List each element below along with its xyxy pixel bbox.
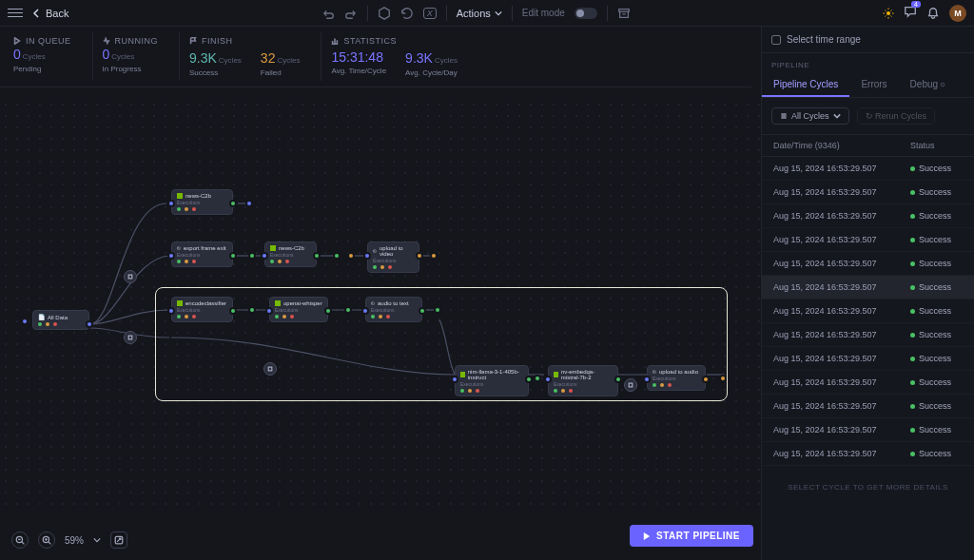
svg-point-18 (941, 83, 945, 87)
node-nim-llama[interactable]: nim-llama-3-1-405b-instruct Executions (455, 365, 529, 396)
edit-mode-toggle[interactable] (575, 8, 597, 19)
port[interactable] (333, 252, 341, 260)
svg-rect-0 (619, 9, 630, 11)
redo-icon[interactable] (344, 7, 358, 20)
actions-dropdown[interactable]: Actions (457, 8, 502, 19)
node-upload-audio[interactable]: ⎋upload to audio Executions (647, 365, 706, 391)
cycle-status: Success (910, 354, 963, 363)
node-all-data[interactable]: 📄All Data (32, 310, 89, 330)
junction-icon[interactable] (124, 331, 137, 344)
node-news-c2b-2[interactable]: news-C2b Executions (264, 241, 317, 267)
zoom-in-button[interactable] (38, 531, 55, 549)
chevron-left-icon (32, 9, 42, 18)
cycle-status: Success (910, 401, 963, 411)
port[interactable] (347, 252, 355, 260)
start-pipeline-button[interactable]: START PIPELINE (630, 525, 753, 547)
footer-hint: SELECT CYCLE TO GET MORE DETAILS (762, 466, 974, 509)
time-range-selector[interactable]: Select time range (762, 27, 974, 53)
fit-view-button[interactable] (110, 531, 127, 549)
junction-icon[interactable] (124, 270, 137, 283)
zoom-out-button[interactable] (11, 531, 29, 549)
svg-point-1 (886, 11, 890, 15)
pipeline-canvas[interactable]: 📄All Data news-C2b Executions ⎋export fr… (0, 99, 761, 508)
node-nv-embedqa[interactable]: nv-embedqa-mistral-7b-2 Executions (548, 365, 618, 396)
cycle-datetime: Aug 15, 2024 16:53:29.507 (773, 449, 910, 458)
port[interactable] (245, 200, 253, 207)
chevron-down-icon (495, 10, 502, 17)
cycle-row[interactable]: Aug 15, 2024 16:53:29.507Success (762, 276, 974, 299)
port[interactable] (719, 375, 727, 382)
port[interactable] (534, 375, 541, 382)
node-upload-video[interactable]: ⎋upload to video Executions (367, 241, 419, 273)
gear-icon (940, 82, 945, 87)
cycle-row[interactable]: Aug 15, 2024 16:53:29.507Success (762, 347, 974, 371)
menu-button[interactable] (8, 6, 23, 21)
activity-icon (103, 37, 110, 45)
cycle-datetime: Aug 15, 2024 16:53:29.507 (773, 235, 910, 244)
filter-all-cycles[interactable]: All Cycles (771, 107, 849, 125)
cycle-datetime: Aug 15, 2024 16:53:29.507 (773, 282, 910, 292)
archive-icon[interactable] (617, 7, 631, 20)
back-button[interactable]: Back (32, 8, 68, 19)
cycle-row[interactable]: Aug 15, 2024 16:53:29.507Success (762, 371, 974, 395)
refresh-icon[interactable] (400, 7, 414, 20)
cycle-status: Success (910, 306, 963, 316)
node-audio-to-text[interactable]: ⎋audio to text Executions (365, 297, 422, 322)
cycle-row[interactable]: Aug 15, 2024 16:53:29.507Success (762, 299, 974, 323)
back-label: Back (46, 8, 68, 19)
avatar[interactable]: M (949, 5, 966, 22)
node-news-c2b-1[interactable]: news-C2b Executions (171, 189, 233, 215)
node-export-frame[interactable]: ⎋export frame exit Executions (171, 241, 233, 267)
cycle-row[interactable]: Aug 15, 2024 16:53:29.507Success (762, 442, 974, 466)
canvas-start-port[interactable] (21, 318, 29, 325)
undo-icon[interactable] (321, 7, 335, 20)
cycle-status: Success (910, 282, 963, 292)
chart-icon (331, 37, 339, 45)
port[interactable] (344, 306, 352, 314)
cycle-row[interactable]: Aug 15, 2024 16:53:29.507Success (762, 181, 974, 204)
notification-badge: 4 (911, 1, 921, 8)
cycle-datetime: Aug 15, 2024 16:53:29.507 (773, 330, 910, 339)
cycle-row[interactable]: Aug 15, 2024 16:53:29.507Success (762, 228, 974, 252)
cycle-row[interactable]: Aug 15, 2024 16:53:29.507Success (762, 252, 974, 276)
port[interactable] (430, 252, 438, 260)
play-icon (13, 37, 21, 45)
hex-icon[interactable] (378, 7, 391, 20)
cycle-status: Success (910, 211, 963, 221)
stat-running: RUNNING 0Cycles In Progress (93, 32, 181, 81)
cycle-datetime: Aug 15, 2024 16:53:29.507 (773, 259, 910, 268)
messages-button[interactable]: 4 (904, 5, 917, 22)
bell-icon[interactable] (926, 7, 940, 20)
cycle-datetime: Aug 15, 2024 16:53:29.507 (773, 377, 910, 387)
port[interactable] (248, 252, 256, 260)
theme-icon[interactable] (883, 8, 894, 19)
filter-rerun-cycles[interactable]: ↻ Rerun Cycles (857, 107, 936, 125)
cycle-datetime: Aug 15, 2024 16:53:29.507 (773, 401, 910, 411)
cycle-datetime: Aug 15, 2024 16:53:29.507 (773, 306, 910, 316)
variables-icon[interactable]: X (423, 8, 437, 19)
cycle-row[interactable]: Aug 15, 2024 16:53:29.507Success (762, 157, 974, 181)
port[interactable] (434, 306, 441, 314)
stat-queue: IN QUEUE 0Cycles Pending (13, 32, 93, 81)
cycle-row[interactable]: Aug 15, 2024 16:53:29.507Success (762, 395, 974, 418)
flag-icon (189, 37, 197, 45)
svg-line-9 (891, 15, 892, 16)
tab-pipeline-cycles[interactable]: Pipeline Cycles (762, 73, 849, 97)
tab-debug[interactable]: Debug (899, 73, 957, 97)
stat-finish: FINISH 9.3KCyclesSuccess 32CyclesFailed (180, 32, 321, 81)
cycle-status: Success (910, 330, 963, 339)
cycle-row[interactable]: Aug 15, 2024 16:53:29.507Success (762, 204, 974, 228)
right-panel: Select time range PIPELINE Pipeline Cycl… (761, 27, 974, 560)
chevron-down-icon[interactable] (93, 536, 101, 544)
cycle-row[interactable]: Aug 15, 2024 16:53:29.507Success (762, 418, 974, 442)
cycle-status: Success (910, 425, 963, 434)
port[interactable] (248, 306, 256, 314)
pipeline-section-label: PIPELINE (762, 53, 974, 73)
tab-errors[interactable]: Errors (849, 73, 898, 97)
column-header-date: Date/Time (9346) (773, 141, 910, 150)
node-encodeclassifier[interactable]: encodeclassifier Executions (171, 297, 233, 322)
cycle-status: Success (910, 377, 963, 387)
cycle-row[interactable]: Aug 15, 2024 16:53:29.507Success (762, 323, 974, 347)
node-openai-whisper[interactable]: openai-whisper Executions (269, 297, 328, 322)
chevron-down-icon (833, 112, 841, 120)
